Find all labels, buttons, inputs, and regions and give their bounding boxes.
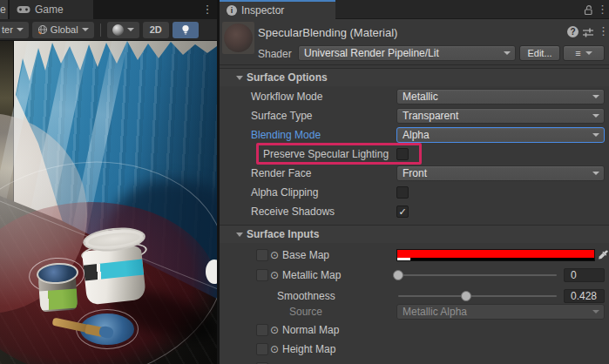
game-viewport[interactable] bbox=[0, 41, 217, 364]
tab-inspector[interactable]: i Inspector bbox=[220, 2, 335, 19]
chevron-down-icon bbox=[17, 28, 24, 31]
normal-map-row: ⊙ Normal Map bbox=[220, 320, 609, 340]
shaded-sphere-icon bbox=[112, 24, 124, 36]
receive-shadows-label: Receive Shadows bbox=[251, 202, 335, 221]
height-map-label: Height Map bbox=[282, 340, 335, 359]
material-menu-icon[interactable]: ⋮ bbox=[598, 24, 608, 37]
render-face-row: Render Face Front bbox=[220, 164, 609, 183]
preserve-specular-checkbox[interactable] bbox=[396, 148, 409, 160]
surface-type-dropdown[interactable]: Transparent bbox=[396, 108, 605, 124]
foldout-arrow-icon[interactable] bbox=[236, 233, 243, 237]
base-map-texture-slot[interactable] bbox=[256, 249, 268, 261]
alpha-clipping-checkbox[interactable] bbox=[396, 186, 409, 199]
normal-map-texture-slot[interactable] bbox=[256, 324, 268, 336]
render-face-dropdown[interactable]: Front bbox=[396, 165, 605, 181]
shading-mode-dropdown[interactable] bbox=[107, 22, 139, 38]
gamepad-icon bbox=[17, 5, 30, 14]
surface-options-header[interactable]: Surface Options bbox=[220, 68, 609, 86]
toggle-2d-button[interactable]: 2D bbox=[143, 22, 169, 38]
material-thumbnail[interactable] bbox=[222, 22, 254, 54]
base-map-label: Base Map bbox=[282, 246, 329, 265]
alpha-bar bbox=[397, 258, 594, 260]
normal-map-label: Normal Map bbox=[282, 320, 339, 340]
receive-shadows-checkbox[interactable]: ✓ bbox=[396, 206, 409, 218]
tab-game-label: Game bbox=[35, 3, 64, 16]
metallic-map-texture-slot[interactable] bbox=[256, 269, 268, 281]
paint-bucket bbox=[82, 246, 146, 306]
metallic-slider-knob[interactable] bbox=[393, 270, 403, 280]
surface-options-title: Surface Options bbox=[247, 71, 328, 84]
object-picker-icon[interactable]: ⊙ bbox=[270, 320, 279, 340]
game-pane-menu-icon[interactable]: ⋮ bbox=[201, 0, 213, 19]
chevron-down-icon bbox=[585, 51, 592, 55]
eyedropper-icon[interactable] bbox=[598, 249, 609, 261]
metallic-map-label: Metallic Map bbox=[282, 266, 341, 285]
game-tabbar: e Game ⋮ bbox=[0, 0, 217, 19]
paint-can-label bbox=[39, 289, 78, 311]
foldout-arrow-icon[interactable] bbox=[236, 76, 243, 80]
inspector-tabbar: i Inspector ⋮ bbox=[220, 0, 609, 19]
surface-inputs-title: Surface Inputs bbox=[247, 228, 319, 240]
source-row: Source Metallic Alpha bbox=[220, 302, 609, 321]
smoothness-slider[interactable] bbox=[398, 295, 557, 297]
shader-list-button[interactable]: ≡ bbox=[563, 45, 605, 61]
tab-scene-partial[interactable]: e bbox=[0, 0, 8, 19]
metallic-slider[interactable] bbox=[398, 274, 557, 276]
blending-mode-row: Blending Mode Alpha bbox=[220, 125, 609, 145]
pivot-label: ter bbox=[2, 24, 13, 35]
metallic-value-field[interactable]: 0 bbox=[564, 268, 605, 282]
chevron-down-icon bbox=[504, 51, 511, 55]
lightbulb-icon bbox=[181, 24, 190, 36]
global-label: Global bbox=[51, 24, 78, 35]
help-icon[interactable]: ? bbox=[567, 26, 579, 37]
object-picker-icon[interactable]: ⊙ bbox=[270, 266, 279, 285]
pivot-dropdown[interactable]: ter bbox=[0, 22, 29, 38]
object-picker-icon[interactable]: ⊙ bbox=[270, 246, 279, 265]
shader-dropdown[interactable]: Universal Render Pipeline/Lit bbox=[298, 45, 516, 61]
height-map-row: ⊙ Height Map bbox=[220, 340, 609, 359]
base-map-color-swatch[interactable] bbox=[396, 249, 595, 261]
alpha-clipping-row: Alpha Clipping bbox=[220, 183, 609, 202]
material-preview-sphere bbox=[224, 24, 253, 52]
render-face-value: Front bbox=[403, 167, 427, 179]
metallic-map-row: ⊙ Metallic Map 0 bbox=[220, 266, 609, 285]
chevron-down-icon bbox=[592, 114, 599, 118]
unity-editor: e Game ⋮ ter bbox=[0, 0, 609, 364]
smoothness-value-field[interactable]: 0.428 bbox=[564, 289, 605, 303]
scene-lighting-toggle[interactable] bbox=[173, 22, 199, 38]
height-map-texture-slot[interactable] bbox=[256, 343, 268, 355]
surface-inputs-header[interactable]: Surface Inputs bbox=[220, 225, 609, 243]
source-value: Metallic Alpha bbox=[403, 306, 467, 318]
chevron-down-icon bbox=[592, 95, 599, 98]
workflow-mode-dropdown[interactable]: Metallic bbox=[396, 89, 605, 104]
shader-value: Universal Render Pipeline/Lit bbox=[304, 47, 439, 59]
chevron-down-icon bbox=[592, 310, 599, 313]
blending-mode-dropdown[interactable]: Alpha bbox=[396, 127, 605, 143]
info-icon: i bbox=[227, 5, 237, 16]
chevron-down-icon bbox=[592, 133, 599, 137]
object-picker-icon[interactable]: ⊙ bbox=[270, 340, 279, 359]
source-dropdown: Metallic Alpha bbox=[396, 304, 605, 320]
alpha-clipping-label: Alpha Clipping bbox=[251, 183, 318, 202]
global-dropdown[interactable]: Global bbox=[32, 22, 94, 38]
tab-game[interactable]: Game bbox=[10, 0, 93, 19]
scene-toolbar: ter Global 2D bbox=[0, 19, 217, 41]
blending-mode-value: Alpha bbox=[403, 129, 430, 141]
white-object-edge bbox=[206, 260, 217, 284]
shader-edit-button[interactable]: Edit... bbox=[519, 45, 560, 61]
workflow-mode-value: Metallic bbox=[403, 91, 438, 103]
material-title: SpecularBlending (Material) bbox=[258, 26, 397, 39]
preserve-specular-row: Preserve Specular Lighting bbox=[220, 145, 609, 164]
globe-icon bbox=[37, 24, 48, 35]
inspector-panel: i Inspector ⋮ SpecularBlending (Material… bbox=[220, 0, 609, 364]
next-row-partial bbox=[220, 359, 609, 364]
presets-icon[interactable] bbox=[582, 27, 594, 37]
inspector-pane-menu-icon[interactable]: ⋮ bbox=[597, 0, 607, 19]
lock-icon[interactable] bbox=[583, 4, 593, 16]
workflow-mode-row: Workflow Mode Metallic bbox=[220, 87, 609, 106]
surface-type-row: Surface Type Transparent bbox=[220, 106, 609, 125]
bucket-label-band bbox=[84, 260, 145, 281]
hamburger-icon: ≡ bbox=[575, 46, 580, 60]
tab-inspector-label: Inspector bbox=[241, 4, 284, 17]
smoothness-slider-knob[interactable] bbox=[461, 291, 471, 301]
